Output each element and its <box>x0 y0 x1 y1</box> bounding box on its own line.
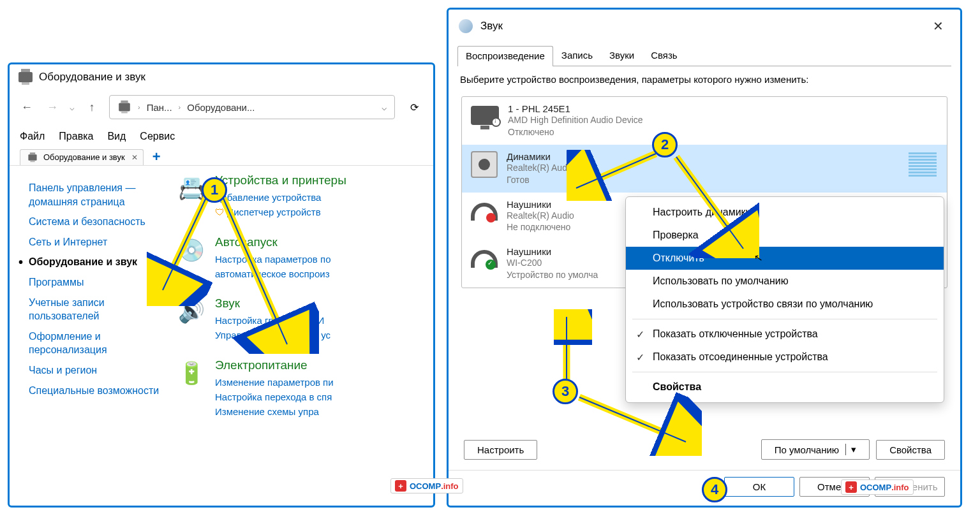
watermark: +OCOMP.info <box>841 479 914 495</box>
device-driver: AMD High Definition Audio Device <box>508 114 938 126</box>
category-link[interactable]: Изменение параметров пи <box>215 375 334 390</box>
configure-button[interactable]: Настроить <box>464 440 537 460</box>
menu-tools[interactable]: Сервис <box>140 131 175 142</box>
annotation-circle-3: 3 <box>553 379 578 404</box>
category-block: 🔋ЭлектропитаниеИзменение параметров пиНа… <box>177 358 429 420</box>
menu-separator <box>632 319 937 319</box>
close-button[interactable]: ✕ <box>926 16 950 36</box>
dropdown-arrow-icon[interactable]: ▾ <box>845 444 856 455</box>
dialog-title-bar: Звук ✕ <box>449 10 960 43</box>
nav-history-dropdown[interactable]: ⌵ <box>70 103 75 112</box>
context-menu-item[interactable]: Использовать устройство связи по умолчан… <box>626 293 944 316</box>
sidebar-item[interactable]: Часы и регион <box>29 363 168 377</box>
dialog-tab[interactable]: Звуки <box>601 45 642 66</box>
status-badge-icon <box>486 259 496 270</box>
nav-toolbar: ← → ⌵ ↑ › Пан... › Оборудовани... ⌵ ⟳ <box>10 90 433 126</box>
address-bar[interactable]: › Пан... › Оборудовани... ⌵ <box>109 95 395 119</box>
properties-button[interactable]: Свойства <box>876 440 945 460</box>
vu-meter-icon <box>909 152 937 178</box>
ok-button[interactable]: ОК <box>724 477 794 497</box>
category-icon: 🔋 <box>177 358 206 388</box>
status-badge-icon <box>486 213 496 223</box>
window-title-bar: Оборудование и звук <box>10 64 433 90</box>
close-tab-button[interactable]: ✕ <box>131 153 138 162</box>
watermark: +OCOMP.info <box>390 478 463 493</box>
menu-file[interactable]: Файл <box>20 131 45 142</box>
device-name: 1 - PHL 245E1 <box>508 103 938 114</box>
nav-forward-button[interactable]: → <box>44 99 61 115</box>
category-title[interactable]: Электропитание <box>215 358 334 372</box>
dialog-tab[interactable]: Запись <box>553 45 601 66</box>
category-title[interactable]: Устройства и принтеры <box>215 173 346 187</box>
dialog-tab[interactable]: Связь <box>642 45 685 66</box>
menu-edit[interactable]: Правка <box>59 131 93 142</box>
annotation-circle-4: 4 <box>702 477 727 502</box>
status-badge-icon <box>491 117 501 127</box>
annotation-arrow <box>217 194 319 354</box>
menu-view[interactable]: Вид <box>107 131 126 142</box>
tab-bar: Оборудование и звук ✕ + <box>10 146 433 166</box>
annotation-circle-2: 2 <box>652 132 678 157</box>
breadcrumb-item[interactable]: Оборудовани... <box>187 102 255 113</box>
speaker-icon <box>471 151 498 178</box>
dialog-button-row: Настроить По умолчанию ▾ Свойства <box>449 429 960 470</box>
context-menu-item[interactable]: Использовать по умолчанию <box>626 270 944 293</box>
printer-icon <box>28 154 36 161</box>
context-menu-item[interactable]: Показать отключенные устройства <box>626 323 944 346</box>
dialog-title: Звук <box>480 20 503 33</box>
set-default-button[interactable]: По умолчанию ▾ <box>761 439 870 460</box>
annotation-arrow <box>574 392 702 456</box>
annotation-arrow <box>670 153 759 258</box>
dialog-tabs: ВоспроизведениеЗаписьЗвукиСвязь <box>457 45 951 66</box>
menu-bar: Файл Правка Вид Сервис <box>10 126 433 146</box>
dialog-instruction: Выберите устройство воспроизведения, пар… <box>449 66 960 92</box>
device-status: Отключено <box>508 126 938 138</box>
monitor-icon <box>471 106 499 125</box>
menu-separator <box>632 372 937 372</box>
nav-back-button[interactable]: ← <box>19 99 35 115</box>
printer-icon <box>19 72 33 82</box>
context-menu-item[interactable]: Показать отсоединенные устройства <box>626 346 944 369</box>
dialog-tab[interactable]: Воспроизведение <box>457 46 553 66</box>
sidebar-item[interactable]: Специальные возможности <box>29 384 168 398</box>
annotation-circle-1: 1 <box>202 177 227 203</box>
device-item[interactable]: 1 - PHL 245E1AMD High Definition Audio D… <box>462 97 947 145</box>
category-link[interactable]: Изменение схемы упра <box>215 404 334 419</box>
window-title: Оборудование и звук <box>39 71 145 84</box>
speaker-icon <box>459 19 473 33</box>
headphone-icon <box>471 250 498 268</box>
headphone-icon <box>471 203 498 221</box>
sidebar-item[interactable]: Оформление и персонализация <box>29 330 168 357</box>
breadcrumb-item[interactable]: Пан... <box>147 102 172 113</box>
annotation-arrow <box>554 309 592 386</box>
printer-icon <box>119 103 130 112</box>
new-tab-button[interactable]: + <box>146 149 167 165</box>
tab-hardware-sound[interactable]: Оборудование и звук ✕ <box>20 149 144 165</box>
refresh-button[interactable]: ⟳ <box>404 95 424 119</box>
category-link[interactable]: Настройка перехода в спя <box>215 390 334 404</box>
breadcrumb-dropdown[interactable]: ⌵ <box>382 102 387 112</box>
nav-up-button[interactable]: ↑ <box>84 99 100 115</box>
annotation-arrow <box>567 150 669 201</box>
